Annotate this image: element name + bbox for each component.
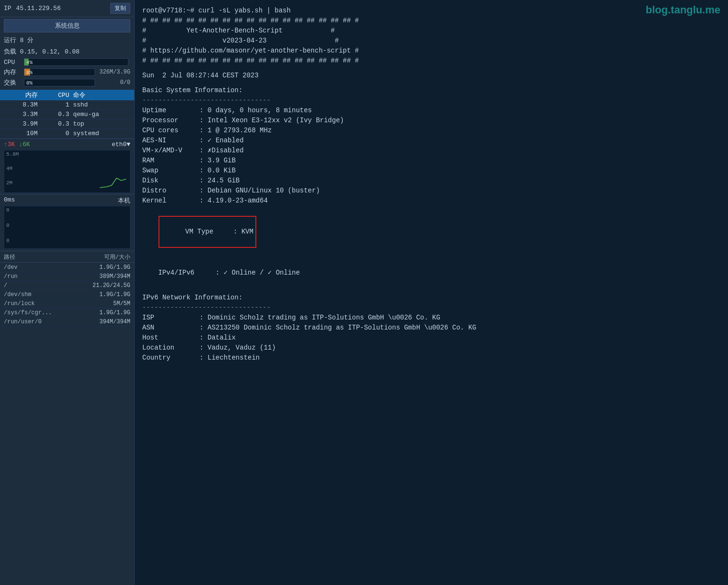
- latency-chart: 0 0 0: [4, 206, 130, 249]
- ipv6-field: Host: Datalix: [142, 333, 720, 343]
- swap-stat-row: 交换 0% 0/0: [0, 77, 134, 88]
- proc-cmd: qemu-ga: [71, 110, 134, 119]
- terminal-field: Kernel: 4.19.0-23-amd64: [142, 196, 720, 206]
- field-val: : 0.0 KiB: [200, 167, 236, 174]
- disk-size: 21.2G/24.5G: [74, 281, 134, 290]
- disk-size: 394M/394M: [74, 318, 134, 327]
- disk-size: 1.9G/1.9G: [74, 290, 134, 299]
- proc-col-mem: 内存: [0, 90, 40, 100]
- disk-row: /sys/fs/cgr...1.9G/1.9G: [0, 308, 134, 318]
- disk-size: 1.9G/1.9G: [74, 263, 134, 272]
- field-val: : 0 days, 0 hours, 8 minutes: [200, 106, 312, 114]
- ipv6-field-val: : Liechtenstein: [200, 354, 260, 362]
- terminal-field: Distro: Debian GNU/Linux 10 (buster): [142, 186, 720, 196]
- lat-label-2: 0: [6, 223, 10, 228]
- disk-path: /run/user/0: [0, 318, 74, 327]
- swap-label: 交换: [4, 78, 24, 87]
- terminal-field: Swap: 0.0 KiB: [142, 166, 720, 176]
- disk-path: /dev/shm: [0, 290, 74, 299]
- disk-col-path: 路径: [4, 253, 104, 261]
- ip-label: IP: [4, 5, 11, 12]
- basic-section-label: Basic System Information:: [142, 85, 720, 96]
- ip-row: IP 45.11.229.56 复制: [0, 0, 134, 17]
- network-chart: 5.8M 4M 2M: [4, 150, 130, 193]
- network-section: ↑3K ↓6K eth0▼ 5.8M 4M 2M: [0, 138, 134, 194]
- disk-row: /run389M/394M: [0, 272, 134, 281]
- field-val: : 4.19.0-23-amd64: [200, 197, 268, 204]
- terminal-field: AES-NI: ✓ Enabled: [142, 136, 720, 146]
- sys-info-button[interactable]: 系统信息: [4, 19, 130, 32]
- latency-value: 0ms: [4, 196, 15, 205]
- mem-extra: 326M/3.9G: [97, 69, 130, 75]
- basic-divider: --------------------------------: [142, 96, 720, 106]
- swap-extra: 0/0: [97, 79, 130, 86]
- left-panel: IP 45.11.229.56 复制 系统信息 运行 8 分 负载 0.15, …: [0, 0, 135, 585]
- disk-col-size: 可用/大小: [104, 253, 130, 261]
- disk-path: /dev: [0, 263, 74, 272]
- terminal-field: Processor: Intel Xeon E3-12xx v2 (Ivy Br…: [142, 116, 720, 126]
- terminal-banner1: # Yet-Another-Bench-Script #: [142, 26, 720, 36]
- cpu-bar-wrap: 4%: [24, 58, 128, 66]
- disk-row: /dev/shm1.9G/1.9G: [0, 290, 134, 299]
- disk-row: /run/user/0394M/394M: [0, 318, 134, 327]
- ipv6-field-val: : Vaduz, Vaduz (11): [200, 344, 276, 351]
- ipv6-field: ISP: Dominic Scholz trading as ITP-Solut…: [142, 313, 720, 323]
- field-key: Uptime: [142, 106, 200, 116]
- disk-table: /dev1.9G/1.9G/run389M/394M/21.2G/24.5G/d…: [0, 263, 134, 327]
- ipv46-key: IPv4/IPv6: [158, 268, 216, 278]
- disk-size: 389M/394M: [74, 272, 134, 281]
- terminal-hash1: # ## ## ## ## ## ## ## ## ## ## ## ## ##…: [142, 16, 720, 26]
- field-val: : Intel Xeon E3-12xx v2 (Ivy Bridge): [200, 117, 344, 124]
- latency-local: 本机: [118, 196, 130, 205]
- uptime-display: 运行 8 分: [0, 34, 134, 46]
- disk-path: /run: [0, 272, 74, 281]
- process-row: 10M0systemd: [0, 129, 134, 138]
- ipv46-row: IPv4/IPv6: ✓ Online / ✓ Online: [142, 258, 720, 288]
- mem-bar-wrap: 8%: [24, 68, 95, 76]
- field-key: Disk: [142, 176, 200, 186]
- terminal-date: Sun 2 Jul 08:27:44 CEST 2023: [142, 71, 720, 81]
- field-key: Kernel: [142, 196, 200, 206]
- field-key: Swap: [142, 166, 200, 176]
- disk-row: /21.2G/24.5G: [0, 281, 134, 290]
- disk-path: /sys/fs/cgr...: [0, 308, 74, 318]
- ipv6-field-val: : AS213250 Dominic Scholz trading as ITP…: [200, 324, 476, 331]
- ipv6-field-val: : Dominic Scholz trading as ITP-Solution…: [200, 314, 440, 321]
- terminal-field: RAM: 3.9 GiB: [142, 156, 720, 166]
- proc-cmd: top: [71, 119, 134, 129]
- proc-col-cmd: 命令: [71, 90, 134, 100]
- disk-section: 路径 可用/大小 /dev1.9G/1.9G/run389M/394M/21.2…: [0, 251, 134, 329]
- field-val: : 24.5 GiB: [200, 177, 240, 184]
- proc-cmd: sshd: [71, 100, 134, 110]
- proc-cpu: 0.3: [40, 110, 71, 119]
- process-row: 3.9M0.3top: [0, 119, 134, 129]
- network-header: ↑3K ↓6K eth0▼: [4, 141, 130, 148]
- proc-cmd: systemd: [71, 129, 134, 138]
- field-val: : ✓ Enabled: [200, 137, 243, 144]
- net-interface[interactable]: eth0▼: [112, 141, 130, 148]
- lat-label-1: 0: [6, 207, 10, 213]
- terminal-field: CPU cores: 1 @ 2793.268 MHz: [142, 126, 720, 136]
- net-chart-svg: [4, 149, 128, 192]
- terminal-field: Uptime: 0 days, 0 hours, 8 minutes: [142, 106, 720, 116]
- disk-path: /run/lock: [0, 299, 74, 308]
- field-key: VM-x/AMD-V: [142, 146, 200, 156]
- field-key: AES-NI: [142, 136, 200, 146]
- proc-cpu: 0: [40, 129, 71, 138]
- right-panel: blog.tanglu.me root@v7718:~# curl -sL ya…: [135, 0, 728, 585]
- ipv6-field-key: Location: [142, 343, 200, 353]
- proc-mem: 3.3M: [0, 110, 40, 119]
- ip-value: 45.11.229.56: [13, 5, 110, 12]
- disk-row: /dev1.9G/1.9G: [0, 263, 134, 272]
- terminal-banner3: # https://github.com/masonr/yet-another-…: [142, 46, 720, 56]
- copy-button[interactable]: 复制: [110, 3, 130, 14]
- proc-cpu: 1: [40, 100, 71, 110]
- disk-path: /: [0, 281, 74, 290]
- mem-stat-row: 内存 8% 326M/3.9G: [0, 67, 134, 77]
- field-val: : Debian GNU/Linux 10 (buster): [200, 187, 320, 194]
- ipv6-section-label: IPv6 Network Information:: [142, 293, 720, 303]
- net-download: ↓6K: [19, 141, 30, 148]
- vm-type-highlighted: VM Type : KVM: [158, 216, 256, 248]
- ipv6-field: Country: Liechtenstein: [142, 353, 720, 363]
- swap-bar-wrap: 0%: [24, 79, 95, 86]
